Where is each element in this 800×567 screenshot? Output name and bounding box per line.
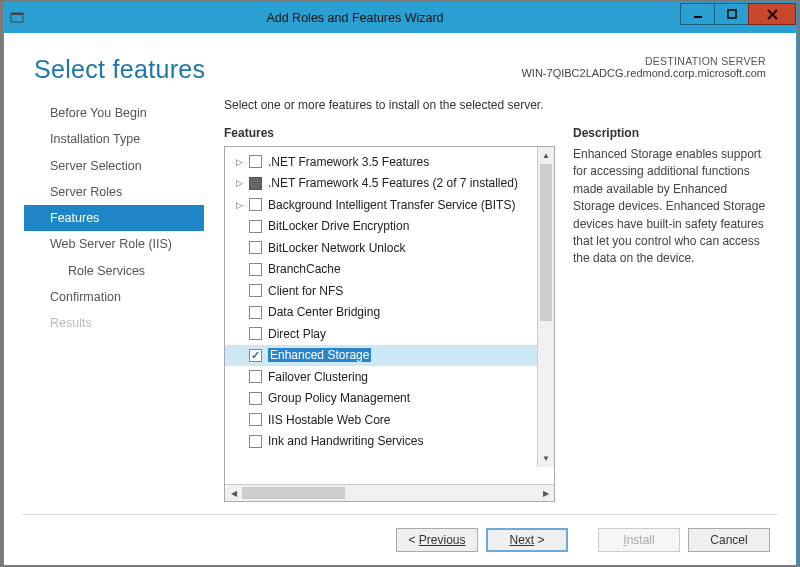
feature-checkbox[interactable] xyxy=(249,284,262,297)
svg-rect-1 xyxy=(11,13,23,15)
maximize-button[interactable] xyxy=(714,3,748,25)
cancel-button[interactable]: Cancel xyxy=(688,528,770,552)
feature-label: Enhanced Storage xyxy=(268,348,371,362)
nav-step-confirmation[interactable]: Confirmation xyxy=(24,284,204,310)
scroll-track-h[interactable] xyxy=(242,485,537,501)
feature-row[interactable]: Group Policy Management xyxy=(225,388,554,410)
scroll-right-button[interactable]: ▶ xyxy=(537,485,554,501)
title-bar: Add Roles and Features Wizard xyxy=(4,3,796,33)
feature-label: Client for NFS xyxy=(268,284,343,298)
nav-step-role-services[interactable]: Role Services xyxy=(24,258,204,284)
feature-row[interactable]: ▷.NET Framework 3.5 Features xyxy=(225,151,554,173)
wizard-header: Select features DESTINATION SERVER WIN-7… xyxy=(4,33,796,94)
feature-row[interactable]: ▷.NET Framework 4.5 Features (2 of 7 ins… xyxy=(225,173,554,195)
nav-step-features[interactable]: Features xyxy=(24,205,204,231)
next-button[interactable]: Next > xyxy=(486,528,568,552)
features-column: Features ▷.NET Framework 3.5 Features▷.N… xyxy=(224,126,555,502)
feature-label: Failover Clustering xyxy=(268,370,368,384)
feature-checkbox[interactable] xyxy=(249,370,262,383)
feature-label: .NET Framework 4.5 Features (2 of 7 inst… xyxy=(268,176,518,190)
expander-icon[interactable]: ▷ xyxy=(233,200,245,210)
instruction-text: Select one or more features to install o… xyxy=(224,98,768,112)
feature-row[interactable]: Ink and Handwriting Services xyxy=(225,431,554,453)
features-rows: ▷.NET Framework 3.5 Features▷.NET Framew… xyxy=(225,147,554,484)
install-label: nstall xyxy=(627,533,655,547)
main-panel: Select one or more features to install o… xyxy=(204,94,768,502)
expander-icon[interactable]: ▷ xyxy=(233,178,245,188)
feature-checkbox[interactable] xyxy=(249,392,262,405)
feature-row[interactable]: BitLocker Network Unlock xyxy=(225,237,554,259)
install-button[interactable]: Install xyxy=(598,528,680,552)
feature-row[interactable]: Enhanced Storage xyxy=(225,345,554,367)
feature-row[interactable]: IIS Hostable Web Core xyxy=(225,409,554,431)
app-icon xyxy=(4,11,30,25)
destination-server: WIN-7QIBC2LADCG.redmond.corp.microsoft.c… xyxy=(521,67,766,79)
feature-checkbox[interactable] xyxy=(249,349,262,362)
feature-row[interactable]: Failover Clustering xyxy=(225,366,554,388)
features-label: Features xyxy=(224,126,555,140)
feature-row[interactable]: ▷Background Intelligent Transfer Service… xyxy=(225,194,554,216)
nav-step-server-selection[interactable]: Server Selection xyxy=(24,153,204,179)
vertical-scrollbar[interactable]: ▲ ▼ xyxy=(537,147,554,467)
scroll-left-button[interactable]: ◀ xyxy=(225,485,242,501)
feature-checkbox[interactable] xyxy=(249,413,262,426)
svg-rect-2 xyxy=(694,16,702,18)
description-column: Description Enhanced Storage enables sup… xyxy=(573,126,768,502)
feature-checkbox[interactable] xyxy=(249,435,262,448)
features-list-viewport: ▷.NET Framework 3.5 Features▷.NET Framew… xyxy=(225,147,554,484)
feature-label: Ink and Handwriting Services xyxy=(268,434,423,448)
feature-label: .NET Framework 3.5 Features xyxy=(268,155,429,169)
feature-label: Group Policy Management xyxy=(268,391,410,405)
nav-step-results: Results xyxy=(24,310,204,336)
feature-checkbox[interactable] xyxy=(249,241,262,254)
window-title: Add Roles and Features Wizard xyxy=(30,11,680,25)
feature-label: Direct Play xyxy=(268,327,326,341)
feature-label: Data Center Bridging xyxy=(268,305,380,319)
scroll-up-button[interactable]: ▲ xyxy=(538,147,554,164)
nav-step-web-server-role-iis-[interactable]: Web Server Role (IIS) xyxy=(24,231,204,257)
feature-checkbox[interactable] xyxy=(249,263,262,276)
feature-label: BitLocker Network Unlock xyxy=(268,241,405,255)
nav-step-before-you-begin[interactable]: Before You Begin xyxy=(24,100,204,126)
feature-checkbox[interactable] xyxy=(249,177,262,190)
feature-label: BitLocker Drive Encryption xyxy=(268,219,409,233)
page-title: Select features xyxy=(34,55,205,84)
feature-checkbox[interactable] xyxy=(249,198,262,211)
feature-label: Background Intelligent Transfer Service … xyxy=(268,198,515,212)
nav-step-installation-type[interactable]: Installation Type xyxy=(24,126,204,152)
scroll-track[interactable] xyxy=(538,164,554,450)
destination-label: DESTINATION SERVER xyxy=(521,55,766,67)
nav-step-server-roles[interactable]: Server Roles xyxy=(24,179,204,205)
scroll-down-button[interactable]: ▼ xyxy=(538,450,554,467)
feature-row[interactable]: Data Center Bridging xyxy=(225,302,554,324)
feature-row[interactable]: BranchCache xyxy=(225,259,554,281)
scroll-thumb-h[interactable] xyxy=(242,487,345,499)
content-columns: Features ▷.NET Framework 3.5 Features▷.N… xyxy=(224,126,768,502)
feature-row[interactable]: BitLocker Drive Encryption xyxy=(225,216,554,238)
feature-row[interactable]: Direct Play xyxy=(225,323,554,345)
destination-info: DESTINATION SERVER WIN-7QIBC2LADCG.redmo… xyxy=(521,55,766,79)
nav-steps: Before You BeginInstallation TypeServer … xyxy=(24,94,204,502)
description-text: Enhanced Storage enables support for acc… xyxy=(573,146,768,268)
feature-row[interactable]: Client for NFS xyxy=(225,280,554,302)
feature-checkbox[interactable] xyxy=(249,306,262,319)
feature-checkbox[interactable] xyxy=(249,220,262,233)
horizontal-scrollbar[interactable]: ◀ ▶ xyxy=(225,484,554,501)
previous-button[interactable]: < Previous xyxy=(396,528,478,552)
features-listbox: ▷.NET Framework 3.5 Features▷.NET Framew… xyxy=(224,146,555,502)
description-label: Description xyxy=(573,126,768,140)
feature-checkbox[interactable] xyxy=(249,155,262,168)
svg-rect-3 xyxy=(728,10,736,18)
feature-label: BranchCache xyxy=(268,262,341,276)
wizard-footer: < Previous Next > Install Cancel xyxy=(4,515,796,565)
feature-checkbox[interactable] xyxy=(249,327,262,340)
close-button[interactable] xyxy=(748,3,796,25)
scroll-thumb[interactable] xyxy=(540,164,552,321)
wizard-window: Add Roles and Features Wizard Select fea… xyxy=(3,2,797,565)
expander-icon[interactable]: ▷ xyxy=(233,157,245,167)
minimize-button[interactable] xyxy=(680,3,714,25)
wizard-body: Before You BeginInstallation TypeServer … xyxy=(4,94,796,514)
feature-label: IIS Hostable Web Core xyxy=(268,413,391,427)
window-buttons xyxy=(680,3,796,33)
